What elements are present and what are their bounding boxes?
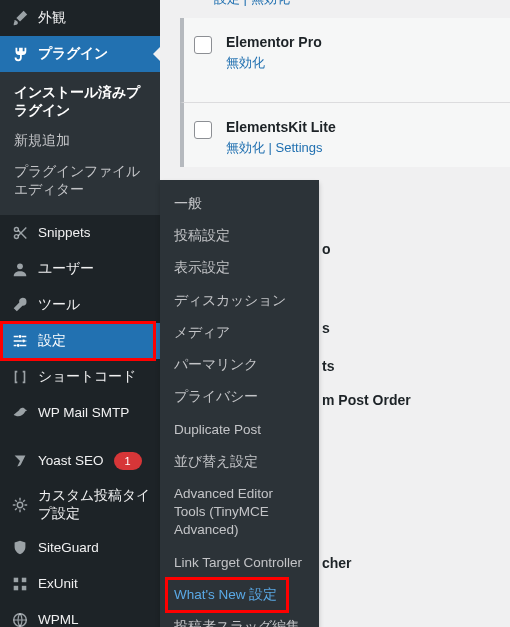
sidebar-item-wpmailsmtp[interactable]: WP Mail SMTP (0, 395, 160, 431)
sidebar-item-siteguard[interactable]: SiteGuard (0, 530, 160, 566)
plugin-name: Elementor Pro (226, 34, 322, 50)
plugins-list: 設定 | 無効化 Elementor Pro 無効化 ElementsKit L… (180, 0, 510, 167)
sidebar-item-appearance[interactable]: 外観 (0, 0, 160, 36)
top-actions-fragment[interactable]: 設定 | 無効化 (180, 0, 510, 18)
plugins-submenu: インストール済みプラグイン 新規追加 プラグインファイルエディター (0, 72, 160, 215)
peek-text: cher (322, 555, 352, 571)
flyout-item-permalink[interactable]: パーマリンク (160, 349, 319, 381)
sidebar-item-label: WPML (38, 611, 79, 627)
sidebar-item-label: プラグイン (38, 45, 108, 63)
submenu-plugin-editor[interactable]: プラグインファイルエディター (0, 157, 160, 205)
globe-icon (10, 610, 30, 627)
settings-flyout: 一般 投稿設定 表示設定 ディスカッション メディア パーマリンク プライバシー… (160, 180, 319, 627)
sidebar-item-label: ExUnit (38, 575, 78, 593)
sidebar-item-snippets[interactable]: Snippets (0, 215, 160, 251)
bird-icon (10, 403, 30, 423)
update-badge: 1 (114, 452, 142, 470)
sidebar-item-tools[interactable]: ツール (0, 287, 160, 323)
sidebar-item-label: 外観 (38, 9, 66, 27)
scissors-icon (10, 223, 30, 243)
submenu-add-new[interactable]: 新規追加 (0, 126, 160, 156)
sidebar-item-exunit[interactable]: ExUnit (0, 566, 160, 602)
shield-icon (10, 538, 30, 558)
svg-rect-9 (14, 586, 19, 591)
plugin-row: Elementor Pro 無効化 (180, 18, 510, 103)
plugin-action-deactivate[interactable]: 無効化 (226, 54, 322, 72)
yoast-icon (10, 451, 30, 471)
flyout-item-adv-editor[interactable]: Advanced Editor Tools (TinyMCE Advanced) (160, 478, 319, 547)
flyout-item-author-slug[interactable]: 投稿者スラッグ編集 (160, 611, 319, 627)
sidebar-item-label: Yoast SEO (38, 452, 104, 470)
plugin-actions[interactable]: 無効化 | Settings (226, 139, 336, 157)
sidebar-item-label: カスタム投稿タイプ設定 (38, 487, 150, 522)
user-icon (10, 259, 30, 279)
svg-rect-10 (22, 586, 27, 591)
sidebar-item-label: 設定 (38, 332, 66, 350)
flyout-item-whats-new[interactable]: What's New 設定 (160, 579, 319, 611)
sidebar-item-label: ショートコード (38, 368, 136, 386)
sidebar-item-settings[interactable]: 設定 (0, 323, 160, 359)
sidebar-item-shortcode[interactable]: ショートコード (0, 359, 160, 395)
svg-point-2 (17, 264, 23, 270)
plugin-row: ElementsKit Lite 無効化 | Settings (180, 103, 510, 167)
svg-point-5 (17, 344, 20, 347)
sidebar-item-label: WP Mail SMTP (38, 404, 129, 422)
peek-text: s (322, 320, 330, 336)
svg-rect-7 (14, 578, 19, 583)
sidebar-item-yoast[interactable]: Yoast SEO 1 (0, 443, 160, 479)
wrench-icon (10, 295, 30, 315)
plugin-name: ElementsKit Lite (226, 119, 336, 135)
admin-sidebar: 外観 プラグイン インストール済みプラグイン 新規追加 プラグインファイルエディ… (0, 0, 160, 627)
plug-icon (10, 44, 30, 64)
submenu-installed-plugins[interactable]: インストール済みプラグイン (0, 78, 160, 126)
flyout-item-writing[interactable]: 投稿設定 (160, 220, 319, 252)
sidebar-item-cpt[interactable]: カスタム投稿タイプ設定 (0, 479, 160, 530)
peek-text: o (322, 241, 331, 257)
flyout-item-reading[interactable]: 表示設定 (160, 252, 319, 284)
sidebar-item-label: ツール (38, 296, 80, 314)
flyout-item-media[interactable]: メディア (160, 317, 319, 349)
flyout-item-link-target[interactable]: Link Target Controller (160, 547, 319, 579)
sliders-icon (10, 331, 30, 351)
flyout-item-general[interactable]: 一般 (160, 188, 319, 220)
svg-point-3 (19, 335, 22, 338)
svg-point-4 (22, 340, 25, 343)
sidebar-item-plugins[interactable]: プラグイン (0, 36, 160, 72)
plugin-checkbox[interactable] (194, 36, 212, 54)
svg-point-6 (17, 502, 22, 507)
gear-icon (10, 495, 30, 515)
sidebar-item-label: Snippets (38, 224, 91, 242)
grid-icon (10, 574, 30, 594)
sidebar-item-wpml[interactable]: WPML (0, 602, 160, 627)
flyout-item-duplicate-post[interactable]: Duplicate Post (160, 414, 319, 446)
sidebar-item-label: ユーザー (38, 260, 94, 278)
peek-text: m Post Order (322, 392, 411, 408)
sidebar-item-users[interactable]: ユーザー (0, 251, 160, 287)
flyout-item-reorder[interactable]: 並び替え設定 (160, 446, 319, 478)
peek-text: ts (322, 358, 334, 374)
flyout-item-privacy[interactable]: プライバシー (160, 381, 319, 413)
svg-rect-8 (22, 578, 27, 583)
brackets-icon (10, 367, 30, 387)
plugin-checkbox[interactable] (194, 121, 212, 139)
flyout-item-discussion[interactable]: ディスカッション (160, 285, 319, 317)
sidebar-item-label: SiteGuard (38, 539, 99, 557)
brush-icon (10, 8, 30, 28)
